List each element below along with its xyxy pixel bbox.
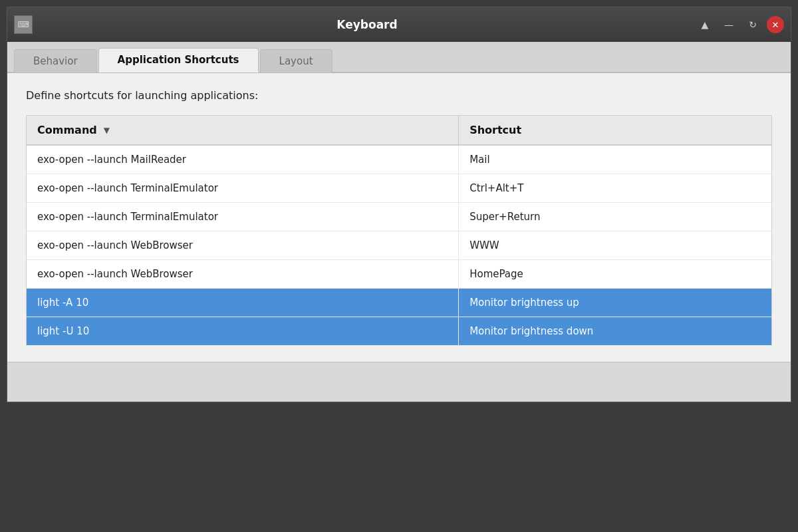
cell-command: exo-open --launch TerminalEmulator: [27, 203, 459, 231]
description-text: Define shortcuts for launching applicati…: [26, 89, 772, 102]
cell-command: exo-open --launch MailReader: [27, 145, 459, 174]
cell-command: exo-open --launch WebBrowser: [27, 231, 459, 260]
table-row[interactable]: exo-open --launch TerminalEmulatorCtrl+A…: [27, 174, 772, 203]
table-row[interactable]: exo-open --launch TerminalEmulatorSuper+…: [27, 203, 772, 231]
cell-command: light -A 10: [27, 289, 459, 317]
eject-button[interactable]: ▲: [695, 15, 715, 34]
tab-application-shortcuts[interactable]: Application Shortcuts: [98, 48, 259, 72]
table-row[interactable]: exo-open --launch WebBrowserWWW: [27, 231, 772, 260]
table-row[interactable]: light -U 10Monitor brightness down: [27, 317, 772, 346]
table-header-row: Command ▼ Shortcut: [27, 116, 772, 146]
cell-command: exo-open --launch TerminalEmulator: [27, 174, 459, 203]
table-row[interactable]: exo-open --launch WebBrowserHomePage: [27, 260, 772, 289]
table-row[interactable]: light -A 10Monitor brightness up: [27, 289, 772, 317]
bottom-area: [7, 362, 791, 402]
cell-shortcut: Monitor brightness up: [459, 289, 772, 317]
column-header-shortcut[interactable]: Shortcut: [459, 116, 772, 146]
tab-behavior[interactable]: Behavior: [14, 49, 97, 72]
cell-command: exo-open --launch WebBrowser: [27, 260, 459, 289]
cell-shortcut: HomePage: [459, 260, 772, 289]
close-button[interactable]: ✕: [767, 16, 784, 33]
refresh-button[interactable]: ↻: [743, 15, 763, 34]
tab-layout[interactable]: Layout: [260, 49, 332, 72]
window-controls: ▲ — ↻ ✕: [695, 15, 784, 34]
minimize-button[interactable]: —: [719, 15, 739, 34]
window-icon: ⌨: [14, 15, 33, 34]
window-title: Keyboard: [39, 18, 695, 31]
cell-shortcut: Monitor brightness down: [459, 317, 772, 346]
tab-content: Define shortcuts for launching applicati…: [7, 73, 791, 362]
tabs-bar: Behavior Application Shortcuts Layout: [7, 42, 791, 73]
main-window: ⌨ Keyboard ▲ — ↻ ✕ Behavior Application …: [7, 7, 791, 402]
column-header-command[interactable]: Command ▼: [27, 116, 459, 146]
title-bar: ⌨ Keyboard ▲ — ↻ ✕: [7, 7, 791, 42]
cell-command: light -U 10: [27, 317, 459, 346]
shortcuts-table: Command ▼ Shortcut exo-open --launch Mai…: [26, 115, 772, 346]
cell-shortcut: Ctrl+Alt+T: [459, 174, 772, 203]
cell-shortcut: Mail: [459, 145, 772, 174]
cell-shortcut: Super+Return: [459, 203, 772, 231]
sort-arrow-icon: ▼: [104, 126, 110, 135]
cell-shortcut: WWW: [459, 231, 772, 260]
table-row[interactable]: exo-open --launch MailReaderMail: [27, 145, 772, 174]
